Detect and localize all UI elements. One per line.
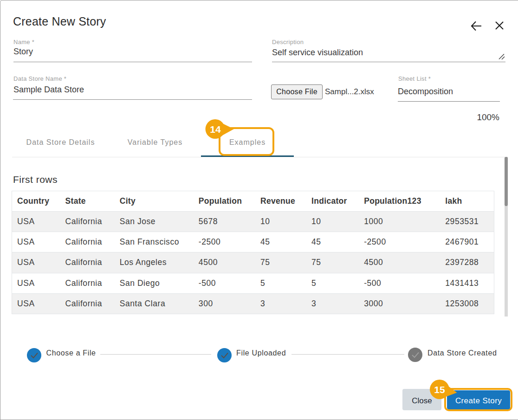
svg-text:15: 15 — [434, 384, 445, 395]
svg-text:14: 14 — [210, 124, 221, 135]
